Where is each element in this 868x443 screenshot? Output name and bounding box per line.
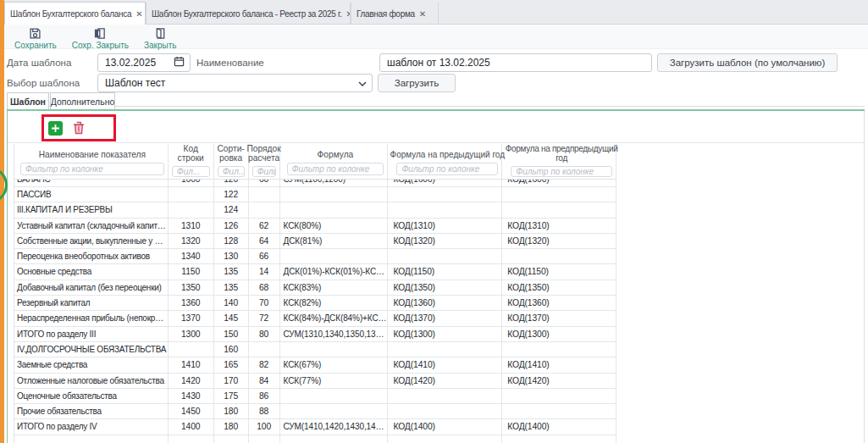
table-row[interactable]: III.КАПИТАЛ И РЕЗЕРВЫ124	[14, 202, 616, 218]
table-cell: КОД(1600)	[388, 180, 502, 186]
table-cell	[14, 435, 169, 443]
table-cell: СУМ(1410,1420,1430,1450)	[280, 419, 389, 434]
table-row[interactable]	[14, 435, 616, 443]
table-row[interactable]: ПАССИВ122	[14, 187, 616, 202]
tab-additional[interactable]: Дополнительно	[50, 92, 115, 109]
table-cell: Заемные средства	[14, 357, 169, 372]
table-row[interactable]: Прочие обязательства145018088	[14, 404, 616, 419]
table-cell: 1370	[169, 311, 214, 325]
column-header: Порядок расчета	[249, 144, 280, 179]
app-window: Шаблон Бухгалтерского баланса ✕ Шаблон Б…	[0, 0, 868, 443]
table-row[interactable]: ИТОГО по разделу III130015080СУМ(1310,13…	[14, 327, 616, 342]
table-cell	[388, 202, 502, 217]
table-row[interactable]: Основные средства115013514ДСК(01%)-КСК(0…	[14, 264, 616, 280]
door-icon	[154, 27, 167, 40]
table-row[interactable]: Заемные средства141016582КСК(67%)КОД(141…	[14, 357, 616, 373]
tab-template[interactable]: Шаблон	[7, 92, 49, 109]
filter-input[interactable]	[287, 163, 384, 175]
tab-template-registry[interactable]: Шаблон Бухгалтерского баланса - Реестр з…	[146, 3, 351, 25]
table-row[interactable]: Нераспределенная прибыль (непокрыт...137…	[14, 311, 616, 326]
table-cell	[388, 249, 502, 263]
table-cell: КСК(67%)	[280, 357, 389, 372]
table-row[interactable]: Оценочные обязательства143017586	[14, 389, 616, 404]
load-button[interactable]: Загрузить	[378, 74, 456, 92]
table-cell: КОД(1350)	[388, 280, 502, 295]
filter-input[interactable]	[218, 166, 245, 177]
filter-input[interactable]	[511, 166, 612, 177]
table-cell: 72	[249, 311, 280, 325]
table-cell: КОД(1600)	[502, 180, 616, 186]
table-row[interactable]: Резервный капитал136014070КСК(82%)КОД(13…	[14, 296, 616, 311]
save-button[interactable]: Сохранить	[14, 27, 57, 50]
table-row[interactable]: Отложенные налоговые обязательства142017…	[14, 374, 616, 389]
table-cell: 1350	[169, 280, 214, 295]
table-row[interactable]: Добавочный капитал (без переоценки)13501…	[14, 280, 616, 296]
command-toolbar: Сохранить Сохр. Закрыть Закрыть	[0, 25, 868, 49]
table-cell: КОД(1320)	[388, 234, 502, 248]
filter-input[interactable]	[396, 163, 498, 175]
table-cell: КОД(1320)	[502, 234, 616, 248]
table-cell: 1430	[169, 389, 214, 403]
table-cell: КОД(1410)	[502, 357, 616, 372]
table-cell: 1360	[169, 296, 214, 310]
tab-template-balance[interactable]: Шаблон Бухгалтерского баланса ✕	[4, 2, 146, 25]
window-tab-bar: Шаблон Бухгалтерского баланса ✕ Шаблон Б…	[0, 0, 868, 25]
template-select-label: Выбор шаблона	[7, 78, 80, 88]
floppy-door-icon	[93, 27, 107, 40]
template-select[interactable]: Шаблон тест	[97, 74, 373, 92]
table-cell	[388, 404, 502, 418]
table-cell: КСК(80%)	[280, 219, 389, 233]
calendar-icon[interactable]	[174, 56, 185, 69]
load-default-template-button[interactable]: Загрузить шаблон (по умолчанию)	[657, 53, 838, 72]
table-cell: Резервный капитал	[14, 296, 169, 310]
date-input[interactable]: 13.02.2025	[97, 53, 191, 72]
table-cell: КОД(1350)	[502, 280, 616, 295]
filter-input[interactable]	[20, 163, 164, 175]
save-close-label: Сохр. Закрыть	[72, 41, 129, 50]
table-cell: 1400	[169, 419, 214, 434]
table-row[interactable]: БАЛАНС160012060СУМ(1100,1200)КОД(1600)КО…	[14, 180, 616, 187]
close-label: Закрыть	[144, 41, 177, 50]
table-row[interactable]: Собственные акции, выкупленные у ак...13…	[14, 234, 616, 249]
table-cell: Прочие обязательства	[14, 404, 169, 418]
table-cell	[169, 435, 214, 443]
chevron-down-icon[interactable]	[358, 77, 367, 89]
table-cell: ИТОГО по разделу IV	[14, 419, 169, 434]
table-cell: Добавочный капитал (без переоценки)	[14, 280, 169, 295]
template-name-input[interactable]: шаблон от 13.02.2025	[379, 53, 652, 72]
template-table: Наименование показателя Код строки Сорти…	[14, 144, 616, 443]
table-cell	[388, 342, 502, 357]
table-cell	[502, 435, 616, 443]
filter-input[interactable]	[252, 166, 276, 177]
table-cell: 60	[249, 180, 280, 186]
table-cell: 70	[249, 296, 280, 310]
table-cell	[502, 249, 616, 263]
table-row[interactable]: Уставный капитал (складочный капита...13…	[14, 219, 616, 234]
table-cell: 1420	[169, 374, 214, 388]
date-value: 13.02.2025	[105, 57, 156, 69]
table-row[interactable]: Переоценка внеоборотных активов134013066	[14, 249, 616, 264]
table-cell: 1310	[169, 219, 214, 233]
table-cell: КОД(1360)	[388, 296, 502, 310]
filter-input[interactable]	[172, 166, 210, 177]
table-row[interactable]: IV.ДОЛГОСРОЧНЫЕ ОБЯЗАТЕЛЬСТВА160	[14, 342, 616, 357]
table-cell: Уставный капитал (складочный капита...	[14, 219, 169, 233]
tab-main-form[interactable]: Главная форма ✕	[351, 3, 439, 25]
table-cell: 122	[214, 187, 249, 202]
toolbar-separator	[8, 142, 864, 143]
save-close-button[interactable]: Сохр. Закрыть	[72, 27, 129, 50]
column-header: Наименование показателя	[14, 144, 169, 179]
table-cell	[388, 187, 502, 202]
close-button[interactable]: Закрыть	[144, 27, 177, 50]
table-row-partial[interactable]: БАЛАНС160012060СУМ(1100,1200)КОД(1600)КО…	[14, 180, 616, 187]
table-cell: 14	[249, 264, 280, 279]
table-row[interactable]: ИТОГО по разделу IV1400180100СУМ(1410,14…	[14, 419, 616, 435]
tab-label: Главная форма	[357, 9, 415, 19]
table-cell: 140	[214, 296, 249, 310]
close-icon[interactable]: ✕	[419, 9, 426, 19]
close-icon[interactable]: ✕	[135, 9, 142, 19]
table-cell: КОД(1400)	[502, 419, 616, 434]
table-cell: КОД(1300)	[502, 327, 616, 341]
tab-label: Шаблон Бухгалтерского баланса - Реестр з…	[152, 9, 342, 19]
date-label: Дата шаблона	[7, 58, 71, 68]
